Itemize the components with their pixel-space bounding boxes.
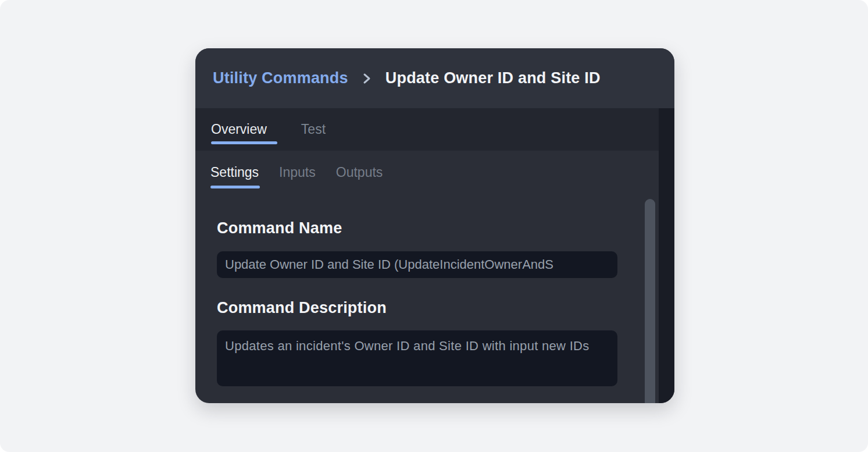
command-description-label: Command Description xyxy=(217,299,387,317)
command-description-textarea[interactable]: Updates an incident's Owner ID and Site … xyxy=(217,330,617,386)
tab-inputs-label: Inputs xyxy=(279,165,316,180)
chevron-right-icon xyxy=(362,72,372,85)
breadcrumb-current-title: Update Owner ID and Site ID xyxy=(385,69,601,87)
breadcrumb-parent-link[interactable]: Utility Commands xyxy=(213,69,348,87)
right-edge-strip xyxy=(659,108,674,403)
active-tab-underline xyxy=(211,141,277,144)
page-background: Utility Commands Update Owner ID and Sit… xyxy=(0,0,868,452)
panel-header: Utility Commands Update Owner ID and Sit… xyxy=(195,48,674,108)
command-name-label: Command Name xyxy=(217,219,342,237)
command-editor-panel: Utility Commands Update Owner ID and Sit… xyxy=(195,48,674,403)
primary-tab-bar: Overview Test xyxy=(195,108,674,151)
tab-overview-label: Overview xyxy=(211,122,267,137)
tab-test-label: Test xyxy=(301,122,326,137)
active-subtab-underline xyxy=(210,186,260,188)
secondary-tab-bar: Settings Inputs Outputs xyxy=(210,154,383,190)
tab-outputs[interactable]: Outputs xyxy=(336,154,383,190)
vertical-scrollbar-thumb[interactable] xyxy=(645,199,655,403)
tab-inputs[interactable]: Inputs xyxy=(279,154,316,190)
tab-test[interactable]: Test xyxy=(301,108,326,151)
tab-settings[interactable]: Settings xyxy=(210,154,259,190)
tab-overview[interactable]: Overview xyxy=(211,108,267,151)
command-name-input[interactable] xyxy=(217,251,617,278)
tab-outputs-label: Outputs xyxy=(336,165,383,180)
tab-settings-label: Settings xyxy=(210,165,259,180)
